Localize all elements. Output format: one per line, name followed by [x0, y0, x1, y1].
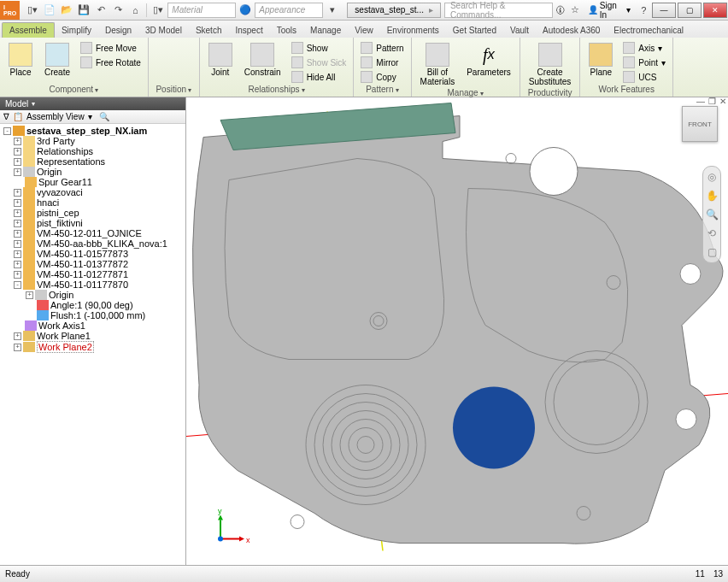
place-button[interactable]: Place [5, 41, 36, 79]
viewport-canvas[interactable]: x y [186, 97, 728, 565]
select-icon[interactable]: ▯▾ [150, 3, 166, 18]
tab-design[interactable]: Design [98, 23, 138, 38]
browser-view-mode[interactable]: Assembly View [26, 112, 85, 121]
tab-vault[interactable]: Vault [503, 23, 536, 38]
axis-button[interactable]: Axis ▾ [621, 41, 667, 55]
position-group-label[interactable]: Position [154, 85, 194, 95]
tree-item[interactable]: Flush:1 (-100,000 mm) [2, 310, 184, 320]
search-input[interactable]: Search Help & Commands... [444, 3, 553, 18]
mirror-button[interactable]: Mirror [359, 56, 405, 69]
tree-item[interactable]: +VM-450-12-011_OJNICE [2, 228, 184, 238]
tab-3dmodel[interactable]: 3D Model [138, 23, 189, 38]
material-selector[interactable]: Material [167, 3, 236, 18]
new-icon[interactable]: 📄 [42, 3, 57, 18]
appearance-selector[interactable]: Appearance [255, 3, 323, 18]
expand-icon[interactable]: + [14, 209, 21, 217]
star-icon[interactable]: ☆ [567, 3, 583, 18]
tree-item[interactable]: +Origin [2, 167, 184, 177]
orbit-icon[interactable]: ⟲ [705, 226, 719, 240]
tree-item[interactable]: +Work Plane1 [2, 331, 184, 341]
minimize-button[interactable]: — [652, 3, 676, 18]
expand-icon[interactable]: - [14, 281, 21, 289]
document-tab[interactable]: sestava_step_st...▸ [347, 3, 441, 18]
plane-button[interactable]: Plane [585, 41, 616, 79]
viewcube[interactable]: FRONT [682, 106, 718, 142]
create-button[interactable]: Create [41, 41, 73, 79]
tree-item[interactable]: +Origin [2, 290, 184, 300]
file-menu-icon[interactable]: ▯▾ [25, 3, 40, 18]
expand-icon[interactable]: + [14, 240, 21, 248]
tab-a360[interactable]: Autodesk A360 [536, 23, 607, 38]
relationships-group-label[interactable]: Relationships [205, 85, 349, 95]
tree-item[interactable]: +VM-450-11-01277871 [2, 269, 184, 279]
open-icon[interactable]: 📂 [59, 3, 74, 18]
expand-icon[interactable]: + [14, 148, 21, 156]
show-button[interactable]: Show [290, 41, 349, 55]
expand-icon[interactable]: + [14, 158, 21, 166]
doc-close-icon[interactable]: ✕ [719, 97, 726, 106]
undo-icon[interactable]: ↶ [93, 3, 109, 18]
free-rotate-button[interactable]: Free Rotate [79, 56, 143, 69]
appearance-drop-icon[interactable]: ▾ [325, 3, 340, 18]
tab-tools[interactable]: Tools [270, 23, 303, 38]
steering-wheel-icon[interactable]: ◎ [705, 170, 719, 184]
browser-title[interactable]: Model [0, 97, 185, 110]
expand-icon[interactable]: + [26, 291, 33, 299]
component-group-label[interactable]: Component [5, 85, 143, 95]
info-icon[interactable]: 🛈 [553, 3, 568, 18]
doc-restore-icon[interactable]: ❐ [708, 97, 716, 106]
expand-icon[interactable]: + [14, 189, 21, 197]
ucs-button[interactable]: UCS [621, 70, 667, 84]
tree-item[interactable]: Work Axis1 [2, 320, 184, 331]
tab-environments[interactable]: Environments [380, 23, 446, 38]
expand-icon[interactable]: + [14, 220, 21, 227]
tree-item[interactable]: +hnaci [2, 197, 184, 208]
sign-in-button[interactable]: 👤 Sign In ▾ [588, 1, 631, 20]
tab-manage[interactable]: Manage [303, 23, 348, 38]
maximize-button[interactable]: ▢ [678, 3, 702, 18]
color-icon[interactable]: 🔵 [238, 3, 253, 18]
expand-icon[interactable]: + [14, 250, 21, 258]
redo-icon[interactable]: ↷ [110, 3, 126, 18]
home-icon[interactable]: ⌂ [127, 3, 143, 18]
tree-item[interactable]: +pist_fiktivni [2, 218, 184, 228]
create-subs-button[interactable]: Create Substitutes [525, 41, 574, 88]
lookat-icon[interactable]: ▢ [705, 245, 719, 259]
tree-item[interactable]: +pistni_cep [2, 208, 184, 218]
tree-root[interactable]: -sestava_step_step_NX.iam [2, 126, 184, 136]
tree-item[interactable]: +vyvazovaci [2, 187, 184, 197]
expand-icon[interactable]: + [14, 271, 21, 279]
expand-icon[interactable]: + [14, 261, 21, 268]
copy-button[interactable]: Copy [359, 70, 405, 84]
app-icon[interactable]: IPRO [0, 1, 20, 20]
tree-item[interactable]: +Relationships [2, 146, 184, 156]
tree-item[interactable]: +VM-450-aa-bbb_KLIKA_nova:1 [2, 238, 184, 249]
help-icon[interactable]: ? [636, 3, 651, 18]
browser-view-icon[interactable]: 📋 [13, 112, 23, 121]
tree-item[interactable]: +Work Plane2 [2, 341, 184, 353]
constrain-button[interactable]: Constrain [241, 41, 285, 79]
joint-button[interactable]: Joint [205, 41, 236, 79]
tab-sketch[interactable]: Sketch [189, 23, 229, 38]
filter-icon[interactable]: ∇ [3, 112, 9, 121]
tab-inspect[interactable]: Inspect [228, 23, 269, 38]
pan-icon[interactable]: ✋ [705, 189, 719, 203]
doc-minimize-icon[interactable]: — [696, 97, 705, 106]
bom-button[interactable]: Bill of Materials [417, 41, 459, 88]
hide-all-button[interactable]: Hide All [290, 70, 349, 84]
work-features-group-label[interactable]: Work Features [585, 85, 667, 95]
tree-item[interactable]: +VM-450-11-01377872 [2, 259, 184, 269]
tab-getstarted[interactable]: Get Started [446, 23, 503, 38]
tab-simplify[interactable]: Simplify [55, 23, 98, 38]
expand-icon[interactable]: + [14, 230, 21, 238]
pattern-group-label[interactable]: Pattern [359, 85, 405, 95]
parameters-button[interactable]: fxParameters [463, 41, 514, 79]
pattern-button[interactable]: Pattern [359, 41, 405, 55]
expand-icon[interactable]: + [14, 344, 21, 351]
find-icon[interactable]: 🔍 [99, 112, 109, 121]
tab-electromechanical[interactable]: Electromechanical [607, 23, 690, 38]
show-sick-button[interactable]: Show Sick [290, 56, 349, 69]
tab-view[interactable]: View [348, 23, 380, 38]
tree-item[interactable]: Angle:1 (90,00 deg) [2, 300, 184, 310]
expand-icon[interactable]: + [14, 168, 21, 176]
